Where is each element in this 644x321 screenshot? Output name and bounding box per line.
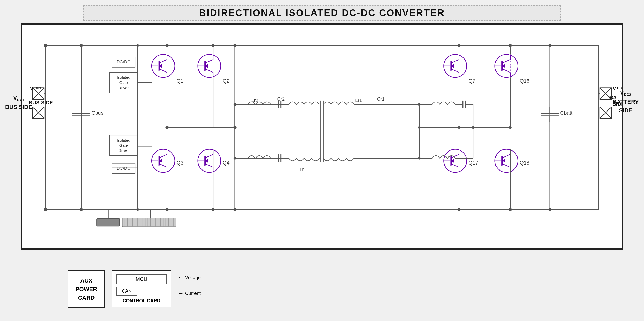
aux-power-card: AUXPOWERCARD	[68, 270, 105, 308]
title-box: BIDIRECTIONAL ISOLATED DC-DC CONVERTER	[83, 5, 561, 21]
svg-line-70	[159, 164, 167, 167]
svg-text:Q2: Q2	[223, 78, 229, 84]
aux-power-card-label: AUXPOWERCARD	[76, 277, 97, 301]
svg-line-81	[205, 164, 213, 167]
svg-line-59	[205, 69, 213, 73]
svg-text:Gate: Gate	[119, 143, 128, 147]
voltage-label: Voltage	[185, 275, 201, 280]
signal-labels: ← Voltage ← Current	[178, 274, 201, 297]
svg-text:Q1: Q1	[177, 78, 183, 84]
voltage-signal: ← Voltage	[178, 274, 201, 281]
control-card-title: CONTROL CARD	[116, 298, 167, 304]
page-title: BIDIRECTIONAL ISOLATED DC-DC CONVERTER	[199, 8, 445, 18]
circuit-diagram: Cbus Cbatt	[21, 23, 623, 250]
svg-point-237	[509, 126, 512, 129]
svg-line-101	[502, 60, 510, 63]
svg-text:Q4: Q4	[223, 160, 229, 166]
svg-text:Isolated: Isolated	[117, 75, 130, 80]
main-container: BIDIRECTIONAL ISOLATED DC-DC CONVERTER	[5, 5, 639, 316]
current-arrow: ←	[178, 290, 184, 297]
svg-text:Cr1: Cr1	[377, 96, 385, 102]
can-box: CAN	[116, 287, 137, 296]
svg-text:Q18: Q18	[520, 160, 529, 166]
svg-line-57	[205, 60, 213, 63]
mcu-box: MCU	[116, 274, 167, 284]
svg-text:Q17: Q17	[468, 160, 478, 166]
svg-text:Lr1: Lr1	[355, 98, 362, 103]
svg-text:Gate: Gate	[119, 81, 128, 85]
svg-line-79	[205, 154, 213, 158]
svg-line-114	[451, 164, 459, 167]
svg-point-160	[136, 208, 139, 211]
voltage-arrow: ←	[178, 274, 184, 281]
svg-point-159	[136, 44, 139, 47]
vdc1-label: VDC1 BUS SIDE	[5, 94, 32, 111]
svg-text:Isolated: Isolated	[117, 138, 130, 142]
svg-line-68	[159, 154, 167, 158]
svg-text:Q16: Q16	[520, 78, 529, 84]
bottom-section: AUXPOWERCARD MCU CAN CONTROL CARD ← Volt…	[68, 270, 201, 308]
svg-line-123	[502, 154, 510, 158]
svg-text:Tr: Tr	[299, 167, 304, 172]
svg-text:Q3: Q3	[177, 160, 183, 166]
svg-line-92	[451, 69, 459, 73]
svg-line-46	[159, 60, 167, 63]
svg-text:Q7: Q7	[468, 78, 475, 84]
svg-rect-250	[122, 218, 176, 227]
svg-rect-249	[97, 219, 120, 226]
control-card: MCU CAN CONTROL CARD	[112, 270, 171, 307]
svg-line-90	[451, 60, 459, 63]
svg-line-125	[502, 164, 510, 167]
svg-text:Lr2: Lr2	[252, 98, 258, 103]
svg-text:DC/DC: DC/DC	[117, 166, 130, 171]
vdc2-label: VDC2 BATTERY SIDE	[613, 88, 639, 115]
svg-text:Cr2: Cr2	[277, 96, 285, 102]
svg-text:Cbus: Cbus	[91, 110, 103, 116]
svg-line-103	[502, 69, 510, 73]
svg-text:Cbatt: Cbatt	[560, 110, 573, 116]
current-signal: ← Current	[178, 290, 201, 297]
svg-text:V: V	[30, 86, 34, 91]
current-label: Current	[185, 291, 201, 296]
svg-line-48	[159, 69, 167, 73]
svg-text:BUS SIDE: BUS SIDE	[29, 100, 53, 106]
svg-point-28	[80, 208, 83, 211]
svg-text:Driver: Driver	[118, 148, 129, 153]
svg-text:DC1: DC1	[34, 86, 41, 90]
svg-text:Driver: Driver	[118, 86, 129, 90]
